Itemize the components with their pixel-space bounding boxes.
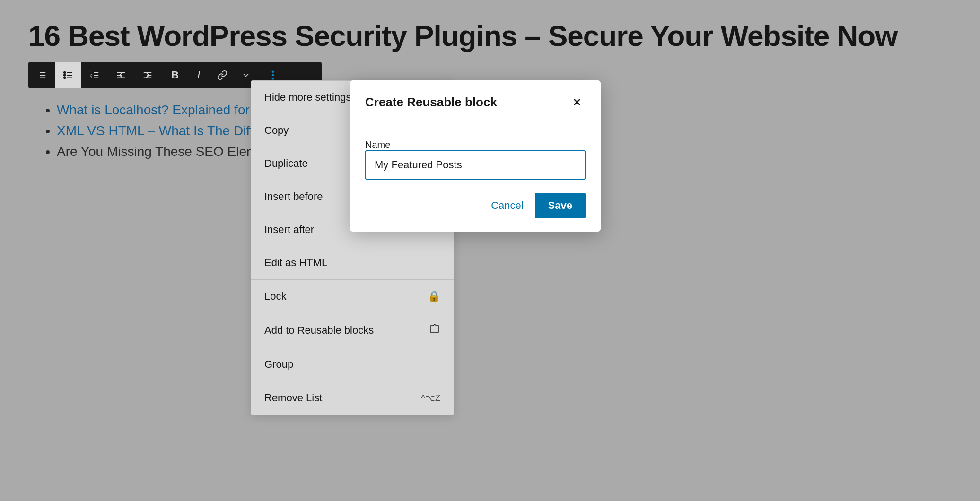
modal-body: Name Cancel Save [350, 124, 601, 232]
name-input[interactable] [365, 150, 586, 180]
modal-title: Create Reusable block [365, 95, 497, 110]
modal-header: Create Reusable block [350, 80, 601, 124]
modal-overlay [0, 0, 980, 501]
save-button[interactable]: Save [535, 193, 586, 218]
name-label: Name [365, 139, 390, 150]
modal-actions: Cancel Save [365, 193, 586, 218]
cancel-button[interactable]: Cancel [487, 194, 527, 217]
modal-close-button[interactable] [569, 94, 586, 111]
create-reusable-block-modal: Create Reusable block Name Cancel Save [350, 80, 601, 232]
